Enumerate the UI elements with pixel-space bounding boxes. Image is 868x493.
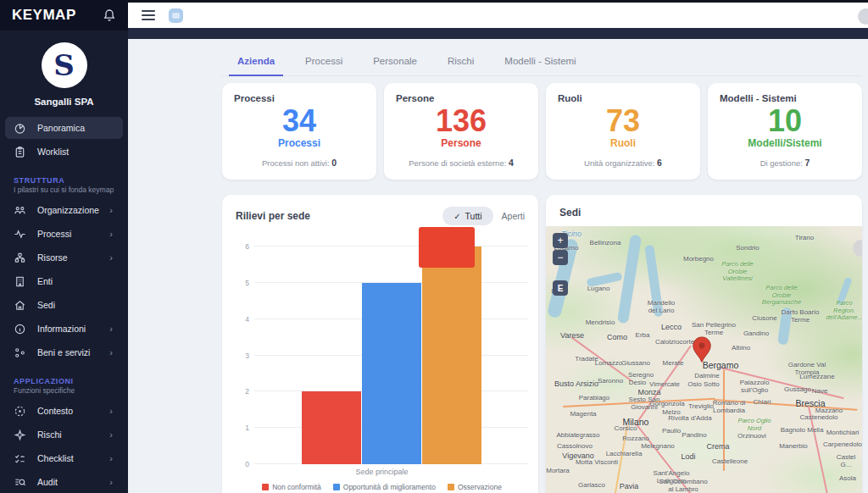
map-label: Sondrio <box>736 244 760 252</box>
sidebar-item-worklist[interactable]: Worklist <box>5 141 123 163</box>
x-axis-label: Sede principale <box>236 468 528 476</box>
sidebar: KEYMAP S Sangalli SPA Panoramica Worklis… <box>0 0 128 493</box>
map-label: Castel G... <box>837 453 856 468</box>
tab-rischi[interactable]: Rischi <box>432 51 489 75</box>
map-label: Lodi <box>681 452 695 461</box>
map-label: Morbegno <box>683 255 714 263</box>
stat-value-label: Processi <box>234 137 364 149</box>
search-list-icon <box>14 476 26 489</box>
sidebar-item-audit[interactable]: Audit› <box>5 471 123 493</box>
bar-chart: 0123456 Sede principale Non conformità O… <box>236 229 528 491</box>
sidebar-item-checklist[interactable]: Checklist› <box>5 447 123 469</box>
map-label: Mortara <box>546 467 570 474</box>
road <box>637 345 692 422</box>
map-label: Tirano <box>795 234 814 241</box>
bar-opportunit-di-miglioramento[interactable] <box>362 283 421 464</box>
map-label: Parco delle Orobie Bergamasche <box>762 285 801 307</box>
stat-footer-value: 0 <box>331 158 337 168</box>
map-label: Lecco <box>661 323 682 331</box>
section-subtitle: I pilastri su cui si fonda keymap <box>0 185 128 197</box>
chart-artifact-overlay <box>419 227 475 268</box>
legend-swatch <box>333 484 340 490</box>
bars-group <box>254 229 528 464</box>
y-tick-label: 2 <box>236 387 249 396</box>
sidebar-item-informazioni[interactable]: Informazioni› <box>5 318 123 340</box>
map-label: Vigevano <box>562 451 593 460</box>
content-area: Azienda Processi Personale Rischi Modell… <box>128 39 868 493</box>
hamburger-menu-icon[interactable] <box>142 10 155 20</box>
map-label: Crema <box>706 442 729 451</box>
app-badge-icon[interactable] <box>169 8 183 23</box>
sidebar-item-processi[interactable]: Processi› <box>5 223 123 245</box>
stat-footer-value: 7 <box>804 158 810 168</box>
tab-modelli-sistemi[interactable]: Modelli - Sistemi <box>489 51 591 75</box>
avatar[interactable] <box>858 8 868 25</box>
stat-footer-value: 6 <box>657 158 662 168</box>
sparkle-icon <box>14 429 26 441</box>
stat-card-modelli-sistemi: Modelli - Sistemi 10 Modelli/Sistemi Di … <box>708 83 862 180</box>
stat-cards-row: Processi 34 Processi Processi non attivi… <box>222 83 862 180</box>
map-marker-pin[interactable] <box>692 336 712 367</box>
road <box>563 398 715 407</box>
sidebar-item-label: Worklist <box>37 147 69 157</box>
stat-title: Ruoli <box>558 93 688 103</box>
map-label: Manerbio <box>779 442 807 450</box>
section-title-applicazioni: APPLICAZIONI <box>0 377 128 385</box>
map-label: Bagnolo Mella <box>781 426 824 434</box>
y-tick-label: 0 <box>236 460 249 468</box>
sidebar-item-rischi[interactable]: Rischi› <box>5 424 123 446</box>
map-label: Montichiari <box>826 429 860 436</box>
stat-card-ruoli: Ruoli 73 Ruoli Unità organizzative: 6 <box>546 83 700 180</box>
map[interactable]: + − E TicinoLocarnoBellinzonaTiranoSondr… <box>546 226 862 493</box>
sidebar-item-label: Panoramica <box>37 123 85 133</box>
tab-processi[interactable]: Processi <box>290 51 358 75</box>
map-label: Busto Arsizio <box>554 379 598 388</box>
target-icon <box>14 405 26 418</box>
tab-azienda[interactable]: Azienda <box>222 51 290 75</box>
stat-title: Persone <box>396 93 526 103</box>
stat-value-label: Ruoli <box>558 137 688 149</box>
road <box>721 367 844 399</box>
map-label: Seregno <box>628 371 654 379</box>
chevron-right-icon: › <box>109 347 113 357</box>
map-label: Lumezzane <box>799 373 834 380</box>
map-label: Motta Visconti <box>576 458 618 466</box>
sidebar-item-risorse[interactable]: Risorse› <box>5 246 123 269</box>
bar-non-conformit-[interactable] <box>302 391 361 464</box>
filter-tutti-button[interactable]: ✓ Tutti <box>442 207 492 225</box>
y-tick-label: 3 <box>236 352 249 360</box>
sidebar-item-enti[interactable]: Enti <box>5 270 123 292</box>
map-zoom-out-button[interactable]: − <box>553 250 568 265</box>
map-label: Garlasco <box>578 481 605 489</box>
tab-personale[interactable]: Personale <box>358 51 432 75</box>
sidebar-item-organizzazione[interactable]: Organizzazione› <box>5 199 123 221</box>
sidebar-item-panoramica[interactable]: Panoramica <box>5 117 123 139</box>
map-label: Clusone <box>752 314 776 322</box>
map-label: San Pellegrino Terme <box>692 321 736 336</box>
map-zoom-in-button[interactable]: + <box>553 233 568 248</box>
map-label: Gandino <box>743 330 769 337</box>
info-icon <box>14 323 26 335</box>
notifications-bell-icon[interactable] <box>103 8 116 22</box>
clipboard-icon <box>14 146 26 158</box>
filter-aperti-button[interactable]: Aperti <box>502 211 525 221</box>
stat-footer-value: 4 <box>509 158 514 168</box>
check-icon: ✓ <box>453 212 460 221</box>
sidebar-item-contesto[interactable]: Contesto› <box>5 400 123 422</box>
stat-footer-label: Persone di società esterne: <box>409 158 506 168</box>
map-label: Parco delle Orobie Valtellinesi <box>721 261 754 283</box>
map-label: Cassolnovo <box>557 442 593 450</box>
bar-plot: 0123456 <box>254 229 528 464</box>
map-label: Melegnano <box>641 442 675 450</box>
sidebar-item-beni-e-servizi[interactable]: Beni e servizi› <box>5 341 123 363</box>
sidebar-item-sedi[interactable]: Sedi <box>5 294 123 316</box>
chevron-right-icon: › <box>109 477 113 487</box>
map-label: Paullo <box>662 427 681 435</box>
map-extra-control-button[interactable]: E <box>553 280 568 296</box>
pie-chart-icon <box>14 122 26 135</box>
stat-title: Modelli - Sistemi <box>720 93 850 103</box>
bar-osservazione[interactable] <box>422 246 481 464</box>
map-label: Giussano <box>621 359 650 367</box>
stat-footer-label: Di gestione: <box>760 158 803 168</box>
map-label: Gardone Val Trompia <box>788 361 826 376</box>
